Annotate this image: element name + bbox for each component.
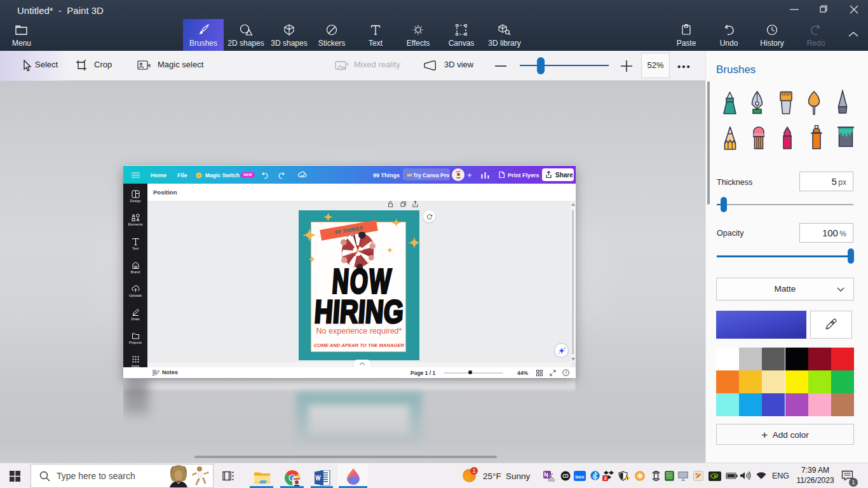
svg-text:?: ?: [565, 370, 567, 375]
svg-text:3: 3: [604, 475, 607, 481]
svg-text:box: box: [575, 474, 585, 480]
